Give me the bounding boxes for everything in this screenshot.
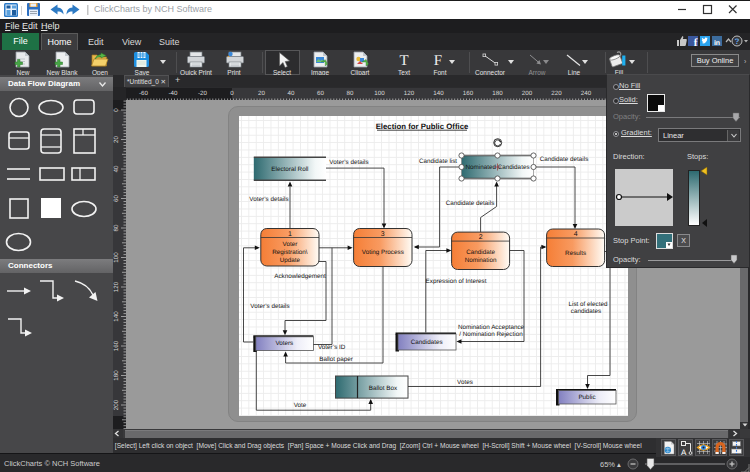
- svg-text:2: 2: [479, 234, 483, 241]
- svg-text:200: 200: [522, 90, 533, 97]
- svg-text:220: 220: [551, 90, 562, 97]
- svg-text:Candidate list: Candidate list: [419, 158, 457, 165]
- svg-text:3: 3: [381, 231, 385, 238]
- svg-text:Public: Public: [578, 394, 595, 401]
- svg-text:?: ?: [735, 37, 740, 46]
- svg-text:Election for Public Office: Election for Public Office: [376, 122, 469, 131]
- svg-text:Voter’s details: Voter’s details: [250, 303, 289, 310]
- svg-text:Voter’s details: Voter’s details: [249, 196, 288, 203]
- svg-text:100: 100: [374, 90, 385, 97]
- svg-text:40: 40: [288, 90, 295, 97]
- svg-text:4: 4: [574, 231, 578, 238]
- svg-text:Ballot Box: Ballot Box: [369, 385, 398, 392]
- svg-text:Candidate details: Candidate details: [446, 200, 495, 207]
- svg-text:0: 0: [113, 108, 120, 112]
- svg-text:F: F: [434, 53, 442, 69]
- svg-text:240: 240: [581, 90, 592, 97]
- svg-text:Nomination: Nomination: [465, 257, 497, 264]
- svg-text:List of elected: List of elected: [569, 301, 608, 308]
- svg-text:T: T: [399, 53, 408, 69]
- svg-text:140: 140: [113, 311, 120, 322]
- svg-text:60: 60: [317, 90, 324, 97]
- svg-text:Voting Process: Voting Process: [362, 249, 404, 256]
- svg-text:in: in: [714, 39, 720, 47]
- svg-text:1: 1: [288, 231, 292, 238]
- svg-text:180: 180: [113, 370, 120, 381]
- svg-text:40: 40: [113, 165, 120, 172]
- svg-text:Acknowledgement: Acknowledgement: [274, 273, 326, 280]
- svg-text:140: 140: [433, 90, 444, 97]
- svg-text:A: A: [681, 448, 687, 457]
- svg-text:120: 120: [404, 90, 415, 97]
- svg-text:Candidates: Candidates: [411, 339, 443, 346]
- svg-text:20: 20: [258, 90, 265, 97]
- svg-text:160: 160: [113, 340, 120, 351]
- svg-text:Electoral Roll: Electoral Roll: [271, 166, 308, 173]
- svg-text:160: 160: [463, 90, 474, 97]
- svg-text:Candidate details: Candidate details: [540, 156, 589, 163]
- svg-text:Voter’s details: Voter’s details: [329, 159, 368, 166]
- svg-text:Expression of Interest: Expression of Interest: [426, 278, 487, 285]
- svg-text:180: 180: [492, 90, 503, 97]
- svg-text:-20: -20: [198, 90, 208, 97]
- svg-text:80: 80: [347, 90, 354, 97]
- svg-text:-40: -40: [169, 90, 179, 97]
- svg-text:100: 100: [113, 252, 120, 263]
- svg-text:Voters: Voters: [275, 340, 293, 347]
- svg-text:Update: Update: [280, 257, 301, 264]
- svg-text:80: 80: [113, 224, 120, 231]
- svg-text:Voter: Voter: [283, 241, 298, 248]
- svg-text:Vote: Vote: [294, 402, 307, 409]
- svg-text:f: f: [694, 37, 698, 47]
- svg-text:120: 120: [113, 281, 120, 292]
- svg-text:20: 20: [113, 136, 120, 143]
- svg-text:candidates: candidates: [571, 308, 601, 315]
- svg-text:Results: Results: [565, 250, 586, 257]
- svg-text:60: 60: [113, 195, 120, 202]
- svg-text:200: 200: [113, 399, 120, 410]
- svg-text:0: 0: [230, 90, 234, 97]
- svg-text:Candidate: Candidate: [466, 249, 495, 256]
- svg-text:Nomination Acceptance: Nomination Acceptance: [458, 324, 525, 331]
- svg-text:Voter’s ID: Voter’s ID: [318, 344, 346, 351]
- svg-text:Ballot paper: Ballot paper: [319, 356, 353, 363]
- svg-text:/ Nomination Rejection: / Nomination Rejection: [459, 331, 523, 338]
- svg-text:Votes: Votes: [457, 379, 473, 386]
- svg-text:-60: -60: [139, 90, 149, 97]
- svg-text:Registration\: Registration\: [272, 249, 308, 256]
